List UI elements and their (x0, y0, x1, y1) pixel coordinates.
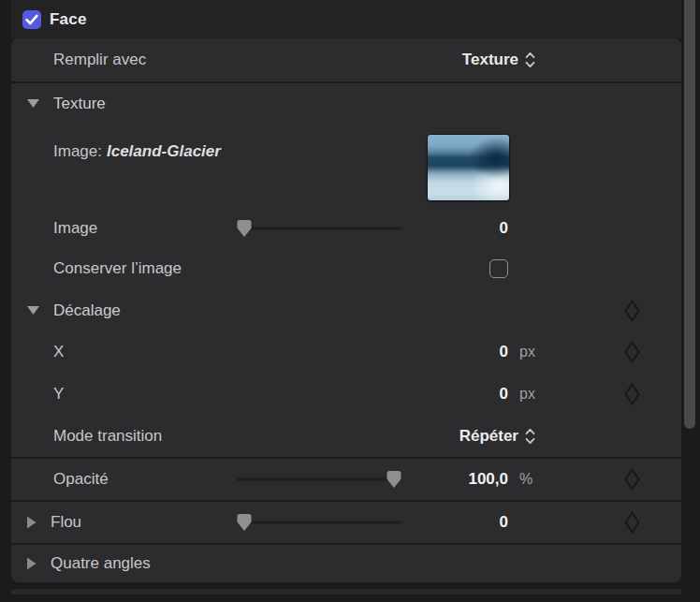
slider-thumb-icon (237, 514, 252, 532)
opacite-slider[interactable] (237, 471, 401, 489)
disclosure-triangle-decalage[interactable] (27, 306, 39, 316)
mode-transition-popup-value: Répéter (459, 427, 518, 446)
mode-transition-popup[interactable]: Répéter (459, 427, 535, 446)
row-decalage: Décalage (11, 289, 681, 331)
x-value[interactable]: 0 (500, 343, 508, 361)
slider-handle[interactable] (237, 219, 252, 237)
slider-thumb-icon (386, 471, 401, 489)
row-image-well: Image:Iceland-Glacier (11, 125, 681, 208)
slider-thumb-icon (237, 219, 252, 237)
flou-value[interactable]: 0 (500, 513, 508, 532)
slider-track[interactable] (237, 478, 401, 481)
opacite-value[interactable]: 100,0 (468, 470, 508, 489)
face-inspector-panel: Remplir avec Texture Texture Image:Icela… (11, 38, 681, 582)
disclosure-triangle-flou[interactable] (27, 517, 36, 529)
mode-transition-label: Mode transition (53, 427, 162, 446)
keyframe-diamond-icon (624, 300, 640, 322)
scrollbar[interactable] (683, 0, 696, 602)
image-well-label: Image:Iceland-Glacier (53, 142, 221, 161)
row-mode-transition: Mode transition Répéter (11, 415, 681, 459)
image-slider[interactable] (237, 219, 401, 237)
slider-handle[interactable] (386, 471, 401, 489)
y-value[interactable]: 0 (500, 385, 508, 404)
x-unit: px (519, 344, 535, 360)
row-y: Y 0 px (11, 373, 681, 415)
y-unit: px (519, 386, 535, 403)
fill-with-popup-value: Texture (462, 51, 518, 69)
x-label: X (53, 343, 64, 361)
slider-handle[interactable] (237, 514, 252, 532)
triangle-down-icon (27, 99, 39, 109)
image-slider-value[interactable]: 0 (500, 219, 508, 238)
keyframe-diamond-icon (624, 341, 640, 363)
triangle-right-icon (27, 517, 36, 529)
scrollbar-thumb[interactable] (684, 0, 695, 429)
image-name: Iceland-Glacier (107, 142, 221, 160)
opacite-unit: % (519, 471, 532, 488)
conserver-image-label: Conserver l’image (53, 259, 182, 278)
row-x: X 0 px (11, 331, 681, 373)
decalage-section-label: Décalage (53, 301, 121, 320)
image-slider-label: Image (53, 219, 97, 238)
keyframe-diamond-y[interactable] (624, 383, 640, 405)
keyframe-diamond-flou[interactable] (624, 511, 640, 534)
face-enable-checkbox[interactable] (22, 10, 41, 29)
disclosure-triangle-quatre-angles[interactable] (27, 558, 36, 570)
triangle-down-icon (27, 306, 39, 316)
row-texture-header: Texture (11, 83, 681, 125)
row-quatre-angles: Quatre angles (11, 545, 681, 582)
opacite-label: Opacité (53, 470, 109, 489)
flou-slider[interactable] (237, 514, 401, 532)
keyframe-diamond-x[interactable] (624, 341, 640, 363)
row-opacite: Opacité 100,0 % (11, 459, 681, 502)
section-title: Face (50, 10, 87, 29)
slider-track[interactable] (237, 521, 401, 524)
keyframe-diamond-icon (624, 468, 640, 491)
triangle-right-icon (27, 558, 36, 570)
keyframe-diamond-icon (624, 383, 640, 405)
y-label: Y (53, 385, 64, 404)
quatre-angles-label: Quatre angles (51, 554, 151, 573)
checkmark-icon (22, 10, 41, 29)
slider-track[interactable] (237, 227, 401, 229)
remplir-avec-label: Remplir avec (53, 51, 146, 69)
row-conserver-image: Conserver l’image (11, 248, 681, 289)
image-thumbnail-well[interactable] (427, 134, 510, 201)
disclosure-triangle-texture[interactable] (27, 99, 39, 109)
row-remplir-avec: Remplir avec Texture (11, 38, 681, 83)
texture-section-label: Texture (53, 95, 106, 113)
next-panel-edge (11, 589, 681, 595)
glacier-thumbnail-image (427, 134, 510, 201)
row-flou: Flou 0 (11, 502, 681, 545)
flou-label: Flou (51, 513, 81, 532)
keyframe-diamond-icon (624, 511, 640, 534)
fill-with-popup[interactable]: Texture (462, 51, 535, 69)
keyframe-diamond-opacite[interactable] (624, 468, 640, 491)
face-header: Face (11, 0, 681, 38)
chevron-up-down-icon (525, 428, 535, 445)
conserver-image-checkbox[interactable] (489, 259, 508, 278)
chevron-up-down-icon (525, 51, 535, 68)
keyframe-diamond-decalage[interactable] (624, 300, 640, 322)
row-image-slider: Image 0 (11, 208, 681, 248)
